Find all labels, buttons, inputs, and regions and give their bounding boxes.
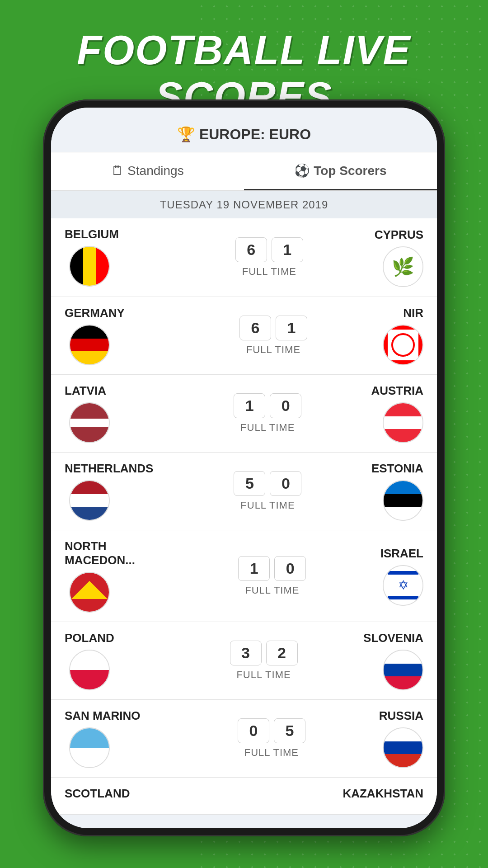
away-flag-2 (383, 402, 423, 443)
tabs-row: 🗒 Standings ⚽ Top Scorers (51, 152, 437, 191)
away-team-3: ESTONIA (371, 462, 423, 521)
score-boxes-6: 0 5 (164, 718, 379, 743)
home-flag-2 (69, 402, 110, 443)
away-flag-3 (383, 480, 423, 521)
home-score-6: 0 (238, 718, 269, 743)
away-score-0: 1 (272, 237, 303, 262)
last-match-row[interactable]: SCOTLAND KAZAKHSTAN (51, 778, 437, 815)
home-flag-6 (69, 727, 110, 768)
away-flag-6 (383, 727, 423, 768)
away-team-6: RUSSIA (379, 709, 423, 768)
home-score-0: 6 (235, 237, 267, 262)
status-1: FULL TIME (164, 344, 383, 356)
tab-standings[interactable]: 🗒 Standings (51, 152, 244, 190)
away-score-3: 0 (270, 471, 301, 496)
match-row-6[interactable]: SAN MARINO 0 5 FULL TIME RUSSIA (51, 700, 437, 778)
home-team-name-6: SAN MARINO (65, 709, 164, 723)
score-center-6: 0 5 FULL TIME (164, 718, 379, 759)
home-team-name-1: GERMANY (65, 306, 164, 320)
score-boxes-5: 3 2 (164, 641, 363, 665)
away-team-0: CYPRUS 🌿 (375, 228, 423, 287)
match-row-5[interactable]: POLAND 3 2 FULL TIME SLOVENIA (51, 622, 437, 700)
last-home-team: SCOTLAND (65, 787, 164, 805)
away-flag-1 (383, 325, 423, 365)
home-team-6: SAN MARINO (65, 709, 164, 768)
home-flag-4 (69, 572, 110, 613)
date-row: TUESDAY 19 NOVEMBER 2019 (51, 191, 437, 218)
status-0: FULL TIME (164, 266, 375, 278)
away-score-5: 2 (266, 641, 298, 665)
away-team-name-5: SLOVENIA (363, 631, 423, 645)
away-flag-4: ✡ (383, 565, 423, 606)
last-home-name: SCOTLAND (65, 787, 164, 801)
score-center-1: 6 1 FULL TIME (164, 316, 383, 356)
match-row-1[interactable]: GERMANY 6 1 FULL TIME NIR (51, 297, 437, 375)
home-score-1: 6 (239, 316, 271, 340)
away-score-1: 1 (276, 316, 307, 340)
away-score-2: 0 (270, 393, 301, 418)
status-2: FULL TIME (164, 422, 371, 434)
home-flag-0 (69, 246, 110, 287)
last-away-team: KAZAKHSTAN (343, 787, 423, 805)
home-team-name-3: NETHERLANDS (65, 462, 164, 476)
screen-content: 🏆 EUROPE: EURO 🗒 Standings ⚽ Top Scorers… (51, 108, 437, 828)
home-team-name-5: POLAND (65, 631, 164, 645)
away-team-5: SLOVENIA (363, 631, 423, 690)
score-center-0: 6 1 FULL TIME (164, 237, 375, 278)
status-6: FULL TIME (164, 747, 379, 759)
match-row-0[interactable]: BELGIUM 6 1 FULL TIME CYPRUS 🌿 (51, 218, 437, 297)
away-score-6: 5 (274, 718, 305, 743)
home-team-0: BELGIUM (65, 227, 164, 288)
away-flag-5 (383, 650, 423, 690)
home-flag-1 (69, 325, 110, 365)
away-team-name-3: ESTONIA (371, 462, 423, 476)
away-team-name-0: CYPRUS (375, 228, 423, 242)
league-icon: 🏆 (177, 126, 195, 142)
score-center-5: 3 2 FULL TIME (164, 641, 363, 681)
status-5: FULL TIME (164, 669, 363, 681)
phone-screen: 🏆 EUROPE: EURO 🗒 Standings ⚽ Top Scorers… (51, 108, 437, 828)
away-team-name-1: NIR (383, 306, 423, 320)
score-boxes-1: 6 1 (164, 316, 383, 340)
away-team-1: NIR (383, 306, 423, 365)
status-4: FULL TIME (164, 585, 380, 596)
home-flag-5 (69, 650, 110, 690)
away-team-name-6: RUSSIA (379, 709, 423, 723)
score-boxes-3: 5 0 (164, 471, 371, 496)
away-flag-0: 🌿 (383, 246, 423, 287)
tab-top-scorers[interactable]: ⚽ Top Scorers (244, 152, 437, 190)
home-score-4: 1 (238, 556, 270, 581)
league-header: 🏆 EUROPE: EURO (51, 108, 437, 152)
league-name: EUROPE: EURO (199, 126, 311, 142)
score-boxes-0: 6 1 (164, 237, 375, 262)
score-center-4: 1 0 FULL TIME (164, 556, 380, 596)
home-score-3: 5 (234, 471, 265, 496)
home-team-name-4: NORTH MACEDON... (65, 539, 164, 567)
home-flag-3 (69, 480, 110, 521)
home-team-5: POLAND (65, 631, 164, 690)
home-team-name-2: LATVIA (65, 384, 164, 398)
match-row-3[interactable]: NETHERLANDS 5 0 FULL TIME ESTONIA (51, 453, 437, 530)
home-team-2: LATVIA (65, 384, 164, 443)
phone-frame: 🏆 EUROPE: EURO 🗒 Standings ⚽ Top Scorers… (43, 99, 445, 836)
home-score-2: 1 (234, 393, 265, 418)
date-label: TUESDAY 19 NOVEMBER 2019 (160, 198, 328, 211)
home-team-1: GERMANY (65, 306, 164, 365)
score-center-2: 1 0 FULL TIME (164, 393, 371, 434)
home-team-3: NETHERLANDS (65, 462, 164, 521)
away-score-4: 0 (274, 556, 306, 581)
last-away-name: KAZAKHSTAN (343, 787, 423, 801)
match-row-2[interactable]: LATVIA 1 0 FULL TIME AUSTRIA (51, 375, 437, 453)
status-3: FULL TIME (164, 500, 371, 511)
score-boxes-2: 1 0 (164, 393, 371, 418)
score-boxes-4: 1 0 (164, 556, 380, 581)
tab-top-scorers-label: ⚽ Top Scorers (294, 164, 386, 178)
score-center-3: 5 0 FULL TIME (164, 471, 371, 511)
away-team-name-4: ISRAEL (380, 547, 423, 561)
home-score-5: 3 (230, 641, 262, 665)
match-row-4[interactable]: NORTH MACEDON... 1 0 FULL TIME ISRAEL ✡ (51, 530, 437, 622)
matches-container: BELGIUM 6 1 FULL TIME CYPRUS 🌿 GERMANY (51, 218, 437, 778)
away-team-4: ISRAEL ✡ (380, 547, 423, 606)
home-team-name-0: BELGIUM (65, 227, 164, 241)
home-team-4: NORTH MACEDON... (65, 539, 164, 613)
